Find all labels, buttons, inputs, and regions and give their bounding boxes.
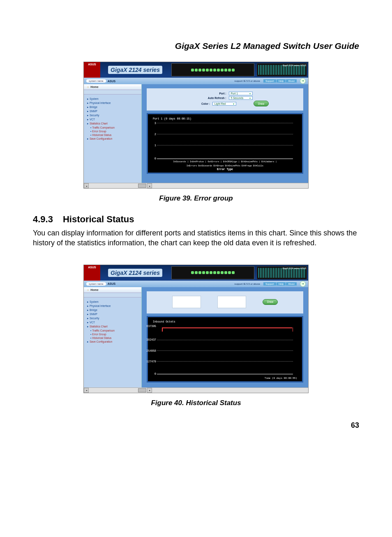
scroll-thumb[interactable]	[138, 388, 146, 392]
color-select[interactable]: Light Red▾	[212, 102, 236, 106]
scroll-left-arrow-icon[interactable]: ◂	[84, 183, 89, 188]
brand: GigaX 2124 series	[100, 265, 170, 281]
section-heading: 4.9.3Historical Status	[33, 214, 359, 225]
blank-field-2[interactable]	[217, 296, 246, 308]
support-note: support IE 5.5 or above	[235, 283, 260, 285]
nav-vct[interactable]: ▸VCT	[86, 118, 141, 122]
series-end	[293, 327, 293, 332]
draw-button[interactable]: Draw	[263, 299, 278, 305]
port-panel-graphic	[171, 266, 254, 279]
draw-button[interactable]: Draw	[254, 101, 269, 106]
nav-traffic-comparison[interactable]: ▪Traffic Comparison	[86, 329, 141, 332]
chart-historical-status: Inbound Octets 637395 382437 254958 1274…	[147, 316, 303, 383]
link-about[interactable]: About	[286, 79, 297, 83]
chevron-down-icon: ▾	[249, 97, 251, 99]
sidebar: ⌂Home ▸System ▸Physical Interface ▸Bridg…	[84, 287, 142, 387]
horizontal-scrollbar[interactable]: ◂ ▸	[84, 183, 308, 188]
nav-save-configuration[interactable]: ▸Save Configuration	[86, 137, 141, 141]
nav-save-configuration[interactable]: ▸Save Configuration	[86, 340, 141, 344]
nav-vct[interactable]: ▸VCT	[86, 320, 141, 325]
horizontal-scrollbar[interactable]: ◂ ▸	[84, 387, 308, 393]
go-button[interactable]: ➜	[300, 281, 306, 287]
system-name-label: system name	[86, 282, 106, 286]
x-axis-time-label: Time (0 days 00:00:55)	[153, 377, 297, 380]
auto-refresh-label: Auto Refresh :	[198, 97, 226, 99]
nav-error-group[interactable]: ▪Error Group	[86, 129, 141, 133]
sub-toolbar: system name ASUS support IE 5.5 or above…	[84, 78, 308, 84]
scroll-thumb[interactable]	[138, 184, 146, 188]
status-led-grid: GigaX 2124 series /ASUS	[257, 63, 307, 76]
series-drop	[162, 327, 163, 332]
section-body: You can display information for differen…	[33, 228, 359, 248]
asus-logo: ASUS	[84, 62, 100, 78]
nav-list: ▸System ▸Physical Interface ▸Bridge ▸SNM…	[84, 97, 141, 141]
auto-refresh-select[interactable]: 5 Seconds▾	[229, 96, 253, 100]
nav-traffic-comparison[interactable]: ▪Traffic Comparison	[86, 126, 141, 129]
y-tick: 0	[151, 373, 156, 376]
nav-statistics-chart[interactable]: ▸Statistics Chart	[86, 325, 141, 329]
figure-39-caption: Figure 39. Error group	[33, 194, 359, 203]
page-number: 63	[33, 421, 359, 430]
nav-physical-interface[interactable]: ▸Physical Interface	[86, 304, 141, 308]
nav-snmp[interactable]: ▸SNMP	[86, 109, 141, 113]
form-panel: Draw	[147, 291, 303, 313]
nav-list: ▸System ▸Physical Interface ▸Bridge ▸SNM…	[84, 300, 141, 344]
tab-spacer	[84, 90, 141, 94]
corner-brand: GigaX 2124 series /ASUS	[282, 64, 306, 67]
nav-bridge[interactable]: ▸Bridge	[86, 105, 141, 109]
y-tick: 382437	[143, 339, 156, 341]
link-help[interactable]: Help	[277, 282, 286, 286]
chart-title: Inbound Octets	[153, 320, 297, 323]
nav-historical-status[interactable]: ▪Historical Status	[86, 133, 141, 137]
port-panel-graphic	[171, 63, 254, 76]
link-about[interactable]: About	[286, 282, 297, 286]
brand-text: GigaX 2124 series	[108, 66, 162, 74]
home-tab[interactable]: ⌂Home	[84, 287, 141, 293]
y-tick: 2	[153, 133, 156, 136]
status-led-grid: GigaX 2124 series /ASUS	[257, 266, 307, 279]
nav-historical-status[interactable]: ▪Historical Status	[86, 336, 141, 340]
document-title: GigaX Series L2 Managed Switch User Guid…	[33, 41, 359, 51]
home-icon: ⌂	[87, 85, 89, 88]
corner-brand: GigaX 2124 series /ASUS	[282, 267, 306, 270]
chart-error-group: Port 1 (0 days 00:00:15) 3 2 1 0 InDisca…	[147, 113, 303, 174]
scroll-right-arrow-icon[interactable]: ▸	[147, 388, 152, 393]
support-note: support IE 5.5 or above	[235, 80, 260, 82]
home-tab[interactable]: ⌂Home	[84, 84, 141, 90]
nav-system[interactable]: ▸System	[86, 97, 141, 101]
app-header: ASUS GigaX 2124 series GigaX 2124 series…	[84, 265, 308, 281]
nav-security[interactable]: ▸Security	[86, 113, 141, 118]
sub-toolbar: system name ASUS support IE 5.5 or above…	[84, 281, 308, 287]
x-categories-line2: InErrors OutDiscards EthDrops EthOsizePk…	[153, 165, 297, 167]
nav-system[interactable]: ▸System	[86, 300, 141, 304]
link-help[interactable]: Help	[277, 79, 286, 83]
y-tick: 254958	[143, 350, 156, 353]
system-name-value: ASUS	[108, 80, 115, 83]
x-axis-label: Error Type	[153, 168, 297, 171]
form-panel: Port : Port 1▾ Auto Refresh : 5 Seconds▾…	[147, 88, 303, 111]
nav-error-group[interactable]: ▪Error Group	[86, 332, 141, 336]
go-button[interactable]: ➜	[300, 78, 306, 84]
nav-statistics-chart[interactable]: ▸Statistics Chart	[86, 122, 141, 126]
port-select[interactable]: Port 1▾	[229, 92, 253, 95]
y-tick: 1	[153, 144, 156, 147]
nav-physical-interface[interactable]: ▸Physical Interface	[86, 101, 141, 105]
scroll-left-arrow-icon[interactable]: ◂	[84, 388, 89, 393]
home-label: Home	[90, 85, 98, 88]
figure-39: ASUS GigaX 2124 series GigaX 2124 series…	[33, 62, 359, 189]
system-name-value: ASUS	[108, 282, 115, 285]
port-label: Port :	[198, 92, 226, 95]
blank-field-1[interactable]	[172, 296, 201, 308]
brand: GigaX 2124 series	[100, 62, 170, 78]
figure-40: ASUS GigaX 2124 series GigaX 2124 series…	[33, 265, 359, 393]
nav-security[interactable]: ▸Security	[86, 316, 141, 320]
link-support[interactable]: Support	[263, 282, 276, 286]
color-label: Color :	[181, 102, 210, 105]
sidebar: ⌂Home ▸System ▸Physical Interface ▸Bridg…	[84, 84, 142, 183]
app-header: ASUS GigaX 2124 series GigaX 2124 series…	[84, 62, 308, 78]
link-support[interactable]: Support	[263, 79, 276, 83]
scroll-right-arrow-icon[interactable]: ▸	[147, 183, 152, 188]
tab-spacer	[84, 293, 141, 297]
nav-bridge[interactable]: ▸Bridge	[86, 308, 141, 312]
nav-snmp[interactable]: ▸SNMP	[86, 312, 141, 316]
